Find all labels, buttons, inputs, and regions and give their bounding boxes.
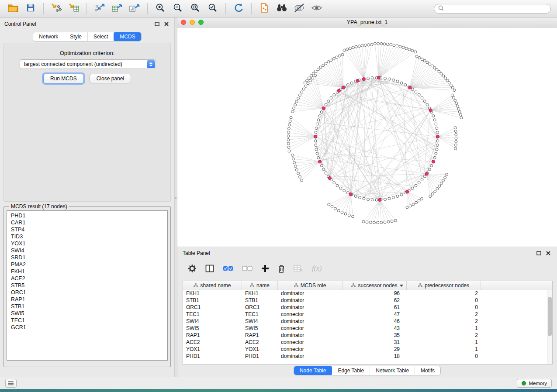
graph-node[interactable] xyxy=(454,130,457,133)
graph-node[interactable] xyxy=(363,197,365,200)
tab-edge-table[interactable]: Edge Table xyxy=(332,366,370,375)
graph-node[interactable] xyxy=(298,175,301,178)
graph-node[interactable] xyxy=(316,152,318,155)
graph-node[interactable] xyxy=(287,131,290,134)
graph-node[interactable] xyxy=(325,103,327,106)
graph-dominator-node[interactable] xyxy=(432,160,435,163)
graph-node[interactable] xyxy=(287,127,290,130)
graph-dominator-node[interactable] xyxy=(405,190,408,193)
graph-node[interactable] xyxy=(333,182,336,184)
graph-node[interactable] xyxy=(315,148,318,151)
graph-node[interactable] xyxy=(444,77,446,79)
graph-node[interactable] xyxy=(383,43,386,45)
graph-node[interactable] xyxy=(291,110,294,113)
graph-node[interactable] xyxy=(429,63,431,65)
graph-node[interactable] xyxy=(358,196,361,199)
tab-network[interactable]: Network xyxy=(33,32,64,41)
graph-node[interactable] xyxy=(400,193,403,196)
graph-node[interactable] xyxy=(343,49,346,52)
graph-node[interactable] xyxy=(423,175,426,178)
graph-node[interactable] xyxy=(388,197,391,200)
graph-dominator-node[interactable] xyxy=(436,135,439,138)
mcds-result-item[interactable]: STP4 xyxy=(7,226,167,233)
save-session-button[interactable] xyxy=(24,2,38,16)
export-network-button[interactable] xyxy=(93,2,107,16)
graph-node[interactable] xyxy=(453,89,456,92)
graph-node[interactable] xyxy=(336,56,338,58)
mcds-result-item[interactable]: TEC1 xyxy=(7,317,167,324)
graph-node[interactable] xyxy=(454,99,457,102)
graph-node[interactable] xyxy=(322,168,325,171)
mcds-result-item[interactable]: GCR1 xyxy=(7,324,167,331)
network-window-titlebar[interactable]: YPA_prune.txt_1 xyxy=(177,17,557,28)
graph-node[interactable] xyxy=(436,148,438,151)
graph-node[interactable] xyxy=(295,100,298,103)
graph-node[interactable] xyxy=(421,197,423,200)
graph-node[interactable] xyxy=(287,138,290,141)
mcds-result-item[interactable]: STB5 xyxy=(7,282,167,289)
graph-node[interactable] xyxy=(415,55,418,58)
network-share-button[interactable] xyxy=(257,2,271,16)
graph-node[interactable] xyxy=(307,82,309,85)
graph-dominator-node[interactable] xyxy=(378,198,381,201)
graph-node[interactable] xyxy=(289,120,291,123)
tab-node-table[interactable]: Node Table xyxy=(294,366,333,375)
memory-button[interactable]: Memory xyxy=(517,379,552,388)
graph-dominator-node[interactable] xyxy=(322,107,325,110)
graph-node[interactable] xyxy=(327,100,330,103)
zoom-selected-button[interactable] xyxy=(206,2,220,16)
graph-node[interactable] xyxy=(341,211,343,213)
table-row[interactable]: PHD1PHD1dominator180 xyxy=(183,353,552,360)
table-row[interactable]: TEC1TEC1connector472 xyxy=(183,311,552,318)
graph-node[interactable] xyxy=(308,77,310,79)
import-network-button[interactable] xyxy=(49,2,63,16)
graph-node[interactable] xyxy=(396,45,398,47)
graph-dominator-node[interactable] xyxy=(377,76,380,79)
graph-node[interactable] xyxy=(354,195,357,198)
graph-node[interactable] xyxy=(394,219,397,222)
graph-node[interactable] xyxy=(412,203,415,206)
graph-node[interactable] xyxy=(418,93,420,96)
column-header-mcds-role[interactable]: MCDS role xyxy=(278,281,343,290)
graph-node[interactable] xyxy=(435,152,437,155)
close-panel-button[interactable]: Close panel xyxy=(90,74,131,83)
float-table-panel-icon[interactable] xyxy=(535,250,542,256)
graph-node[interactable] xyxy=(435,123,437,125)
graph-node[interactable] xyxy=(346,48,349,51)
graph-node[interactable] xyxy=(367,198,370,201)
graph-node[interactable] xyxy=(455,140,457,143)
graph-node[interactable] xyxy=(380,42,383,45)
graph-node[interactable] xyxy=(415,184,417,187)
graph-node[interactable] xyxy=(311,77,314,79)
graph-node[interactable] xyxy=(421,58,423,61)
graph-node[interactable] xyxy=(440,182,443,185)
graph-node[interactable] xyxy=(338,55,341,57)
delete-column-button[interactable] xyxy=(278,263,285,274)
graph-node[interactable] xyxy=(290,116,292,119)
graph-node[interactable] xyxy=(315,144,317,147)
graph-node[interactable] xyxy=(332,57,335,60)
find-button[interactable] xyxy=(275,2,289,16)
graph-node[interactable] xyxy=(315,127,318,130)
graph-node[interactable] xyxy=(325,172,327,174)
graph-node[interactable] xyxy=(433,119,436,121)
graph-node[interactable] xyxy=(371,199,374,201)
table-row[interactable]: ORC1ORC1dominator610 xyxy=(183,304,552,311)
graph-node[interactable] xyxy=(436,140,439,142)
mcds-result-item[interactable]: FKH1 xyxy=(7,268,167,275)
graph-node[interactable] xyxy=(346,192,349,194)
graph-node[interactable] xyxy=(330,59,332,62)
graph-node[interactable] xyxy=(436,131,439,134)
zoom-in-button[interactable] xyxy=(153,2,167,16)
network-graph[interactable] xyxy=(177,28,557,247)
graph-node[interactable] xyxy=(287,146,290,149)
graph-node[interactable] xyxy=(316,123,318,125)
graph-node[interactable] xyxy=(436,187,439,190)
graph-node[interactable] xyxy=(442,179,445,182)
table-row[interactable]: SWI4SWI4dominator462 xyxy=(183,318,552,325)
graph-node[interactable] xyxy=(454,127,457,129)
run-mcds-button[interactable]: Run MCDS xyxy=(43,74,84,83)
graph-node[interactable] xyxy=(288,150,291,152)
graph-dominator-node[interactable] xyxy=(342,86,345,89)
graph-node[interactable] xyxy=(295,168,298,171)
